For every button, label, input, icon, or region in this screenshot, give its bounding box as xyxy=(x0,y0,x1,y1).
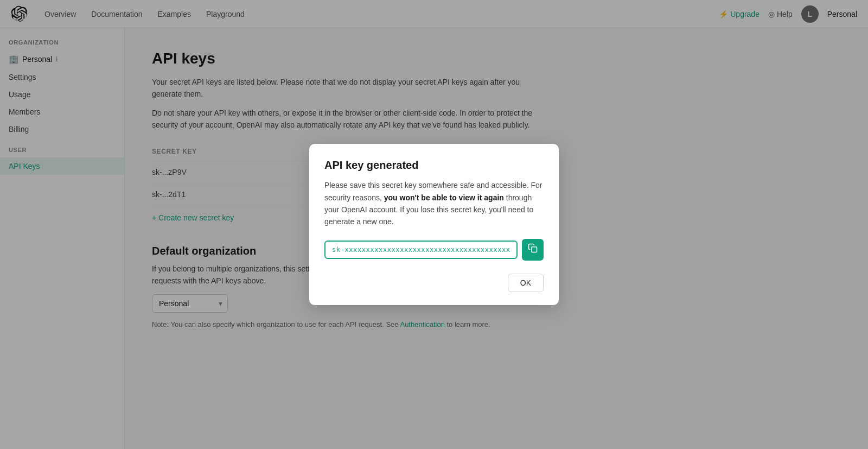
copy-key-button[interactable] xyxy=(522,239,544,261)
modal-overlay[interactable]: API key generated Please save this secre… xyxy=(0,0,868,449)
modal: API key generated Please save this secre… xyxy=(309,144,559,305)
copy-icon xyxy=(528,243,538,256)
modal-title: API key generated xyxy=(324,159,544,172)
ok-button[interactable]: OK xyxy=(508,274,544,292)
modal-footer: OK xyxy=(324,274,544,292)
modal-description: Please save this secret key somewhere sa… xyxy=(324,179,544,228)
modal-key-row xyxy=(324,239,544,261)
api-key-input[interactable] xyxy=(324,241,518,259)
svg-rect-0 xyxy=(532,247,537,252)
